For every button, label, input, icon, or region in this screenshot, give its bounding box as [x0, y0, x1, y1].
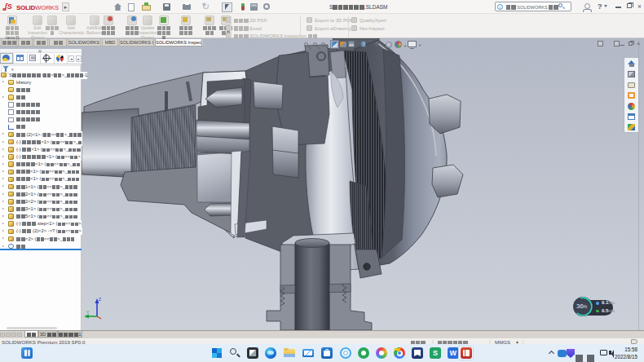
svg-text:Z: Z: [99, 297, 101, 302]
svg-text:Y: Y: [86, 310, 90, 315]
